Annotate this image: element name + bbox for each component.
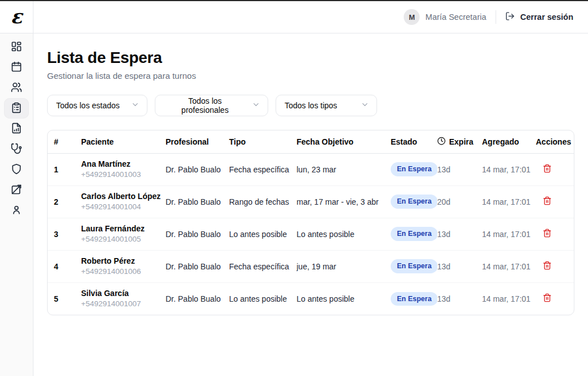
- col-num: #: [48, 130, 81, 153]
- chevron-down-icon: [131, 100, 139, 111]
- patient-phone: +5492914001003: [81, 170, 166, 179]
- logout-icon: [505, 11, 515, 23]
- col-type: Tipo: [229, 130, 297, 153]
- table-row: 2 Carlos Alberto López +5492914001004 Dr…: [48, 185, 574, 218]
- target-date-cell: Lo antes posible: [297, 218, 391, 250]
- table-header-row: # Paciente Profesional Tipo Fecha Objeti…: [48, 130, 574, 153]
- sidebar-item-no-show[interactable]: [4, 180, 29, 200]
- delete-button[interactable]: [542, 195, 553, 208]
- app-logo[interactable]: ε: [11, 7, 23, 26]
- type-cell: Lo antes posible: [229, 218, 297, 250]
- target-date-cell: Lo antes posible: [297, 282, 391, 315]
- patient-cell: Carlos Alberto López +5492914001004: [81, 185, 166, 218]
- actions-cell: [536, 153, 574, 185]
- trash-icon: [543, 196, 552, 207]
- delete-button[interactable]: [542, 163, 553, 176]
- added-cell: 14 mar, 17:01: [482, 153, 536, 185]
- filter-type-select[interactable]: Todos los tipos: [276, 95, 377, 116]
- professional-cell: Dr. Pablo Bualo: [166, 218, 229, 250]
- patient-cell: Roberto Pérez +5492914001006: [81, 250, 166, 282]
- stethoscope-icon: [11, 143, 22, 156]
- filter-professional-select[interactable]: Todos los profesionales: [155, 95, 268, 116]
- page-title: Lista de Espera: [47, 49, 574, 67]
- added-cell: 14 mar, 17:01: [482, 250, 536, 282]
- reports-icon: [11, 122, 22, 136]
- patients-icon: [11, 82, 22, 95]
- row-number: 3: [48, 218, 81, 250]
- status-badge: En Espera: [391, 227, 437, 240]
- expires-cell: 13d: [437, 218, 482, 250]
- type-cell: Lo antes posible: [229, 282, 297, 315]
- expires-cell: 20d: [437, 185, 482, 218]
- row-number: 4: [48, 250, 81, 282]
- page-subtitle: Gestionar la lista de espera para turnos: [47, 71, 574, 81]
- patient-cell: Laura Fernández +5492914001005: [81, 218, 166, 250]
- sidebar-item-security[interactable]: [4, 159, 29, 180]
- table-row: 5 Silvia García +5492914001007 Dr. Pablo…: [48, 282, 574, 315]
- calendar-icon: [11, 61, 22, 74]
- row-number: 5: [48, 282, 81, 315]
- delete-button[interactable]: [542, 260, 553, 273]
- no-show-icon: [11, 184, 22, 197]
- col-added: Agregado: [482, 130, 536, 153]
- row-number: 2: [48, 185, 81, 218]
- sidebar-item-professionals[interactable]: [4, 139, 29, 159]
- patient-phone: +5492914001007: [81, 299, 166, 309]
- logout-label: Cerrar sesión: [521, 12, 574, 22]
- topbar-divider: [496, 10, 496, 24]
- dashboard-icon: [11, 41, 22, 54]
- type-cell: Fecha específica: [229, 153, 297, 185]
- sidebar-item-profile[interactable]: [4, 200, 29, 221]
- professional-cell: Dr. Pablo Bualo: [166, 185, 229, 218]
- table-row: 3 Laura Fernández +5492914001005 Dr. Pab…: [48, 218, 574, 250]
- status-badge: En Espera: [391, 195, 437, 208]
- chevron-down-icon: [252, 100, 260, 111]
- chevron-down-icon: [361, 100, 369, 111]
- avatar: M: [404, 9, 420, 25]
- col-actions: Acciones: [536, 130, 574, 153]
- delete-button[interactable]: [542, 292, 553, 305]
- patient-phone: +5492914001005: [81, 235, 166, 244]
- col-professional: Profesional: [166, 130, 229, 153]
- logout-button[interactable]: Cerrar sesión: [505, 11, 574, 23]
- actions-cell: [536, 218, 574, 250]
- status-cell: En Espera: [391, 250, 437, 282]
- target-date-cell: mar, 17 mar - vie, 3 abr: [297, 185, 391, 218]
- target-date-cell: jue, 19 mar: [297, 250, 391, 282]
- expires-cell: 13d: [437, 282, 482, 315]
- shield-icon: [11, 163, 22, 176]
- status-badge: En Espera: [391, 292, 437, 306]
- professional-cell: Dr. Pablo Bualo: [166, 153, 229, 185]
- delete-button[interactable]: [542, 227, 553, 240]
- patient-name: Ana Martínez: [81, 159, 166, 170]
- status-cell: En Espera: [391, 218, 437, 250]
- row-number: 1: [48, 153, 81, 185]
- patient-name: Silvia García: [81, 289, 166, 299]
- added-cell: 14 mar, 17:01: [482, 282, 536, 315]
- waitlist-clipboard-icon: [11, 102, 22, 115]
- sidebar: [0, 33, 33, 376]
- trash-icon: [543, 293, 552, 304]
- expires-cell: 13d: [437, 153, 482, 185]
- patient-name: Roberto Pérez: [81, 256, 166, 267]
- actions-cell: [536, 185, 574, 218]
- main-content: Lista de Espera Gestionar la lista de es…: [33, 33, 588, 376]
- sidebar-item-patients[interactable]: [4, 78, 29, 98]
- status-badge: En Espera: [391, 162, 437, 176]
- patient-cell: Silvia García +5492914001007: [81, 282, 166, 315]
- sidebar-item-dashboard[interactable]: [4, 37, 29, 57]
- clock-icon: [437, 137, 446, 147]
- added-cell: 14 mar, 17:01: [482, 218, 536, 250]
- filter-status-select[interactable]: Todos los estados: [47, 95, 147, 116]
- app-shell: ε M María Secretaria Cerrar sesión: [0, 1, 588, 376]
- sidebar-item-reports[interactable]: [4, 119, 29, 139]
- sidebar-item-waitlist[interactable]: [4, 98, 29, 119]
- status-cell: En Espera: [391, 282, 437, 315]
- status-cell: En Espera: [391, 185, 437, 218]
- professional-cell: Dr. Pablo Bualo: [166, 250, 229, 282]
- trash-icon: [543, 229, 552, 239]
- table-row: 1 Ana Martínez +5492914001003 Dr. Pablo …: [48, 153, 574, 185]
- sidebar-item-calendar[interactable]: [4, 57, 29, 78]
- type-cell: Fecha específica: [229, 250, 297, 282]
- added-cell: 14 mar, 17:01: [482, 185, 536, 218]
